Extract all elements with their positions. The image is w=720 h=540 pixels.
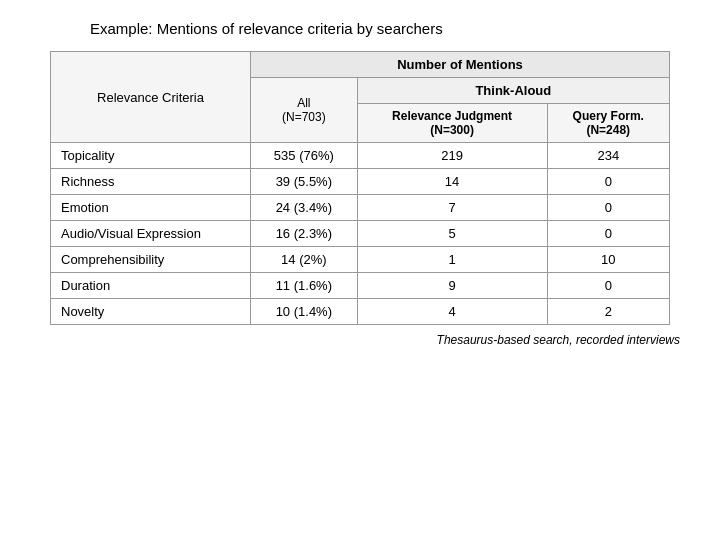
table-row: Topicality 535 (76%) 219 234 <box>51 143 670 169</box>
all-header: All (N=703) <box>251 78 358 143</box>
think-aloud-header: Think-Aloud <box>357 78 669 104</box>
all-cell: 24 (3.4%) <box>251 195 358 221</box>
criteria-cell: Richness <box>51 169 251 195</box>
all-cell: 11 (1.6%) <box>251 273 358 299</box>
criteria-cell: Duration <box>51 273 251 299</box>
qf-cell: 0 <box>547 273 669 299</box>
all-cell: 14 (2%) <box>251 247 358 273</box>
page-title: Example: Mentions of relevance criteria … <box>90 20 443 37</box>
qf-cell: 0 <box>547 169 669 195</box>
qf-cell: 234 <box>547 143 669 169</box>
table-row: Comprehensibility 14 (2%) 1 10 <box>51 247 670 273</box>
num-mentions-header: Number of Mentions <box>251 52 670 78</box>
qf-cell: 10 <box>547 247 669 273</box>
criteria-cell: Comprehensibility <box>51 247 251 273</box>
qf-cell: 2 <box>547 299 669 325</box>
footer-text: Thesaurus-based search, recorded intervi… <box>437 333 680 347</box>
rj-cell: 219 <box>357 143 547 169</box>
all-cell: 16 (2.3%) <box>251 221 358 247</box>
table-wrapper: Relevance Criteria Number of Mentions Al… <box>50 51 670 325</box>
qf-cell: 0 <box>547 195 669 221</box>
rj-header: Relevance Judgment (N=300) <box>357 104 547 143</box>
all-cell: 535 (76%) <box>251 143 358 169</box>
table-row: Audio/Visual Expression 16 (2.3%) 5 0 <box>51 221 670 247</box>
criteria-cell: Audio/Visual Expression <box>51 221 251 247</box>
qf-header: Query Form. (N=248) <box>547 104 669 143</box>
data-table: Relevance Criteria Number of Mentions Al… <box>50 51 670 325</box>
rj-cell: 14 <box>357 169 547 195</box>
table-row: Emotion 24 (3.4%) 7 0 <box>51 195 670 221</box>
table-row: Richness 39 (5.5%) 14 0 <box>51 169 670 195</box>
rj-cell: 7 <box>357 195 547 221</box>
criteria-cell: Topicality <box>51 143 251 169</box>
criteria-header: Relevance Criteria <box>51 52 251 143</box>
criteria-cell: Emotion <box>51 195 251 221</box>
rj-cell: 5 <box>357 221 547 247</box>
table-row: Duration 11 (1.6%) 9 0 <box>51 273 670 299</box>
rj-cell: 1 <box>357 247 547 273</box>
table-row: Novelty 10 (1.4%) 4 2 <box>51 299 670 325</box>
qf-cell: 0 <box>547 221 669 247</box>
criteria-cell: Novelty <box>51 299 251 325</box>
rj-cell: 4 <box>357 299 547 325</box>
rj-cell: 9 <box>357 273 547 299</box>
all-cell: 10 (1.4%) <box>251 299 358 325</box>
all-cell: 39 (5.5%) <box>251 169 358 195</box>
